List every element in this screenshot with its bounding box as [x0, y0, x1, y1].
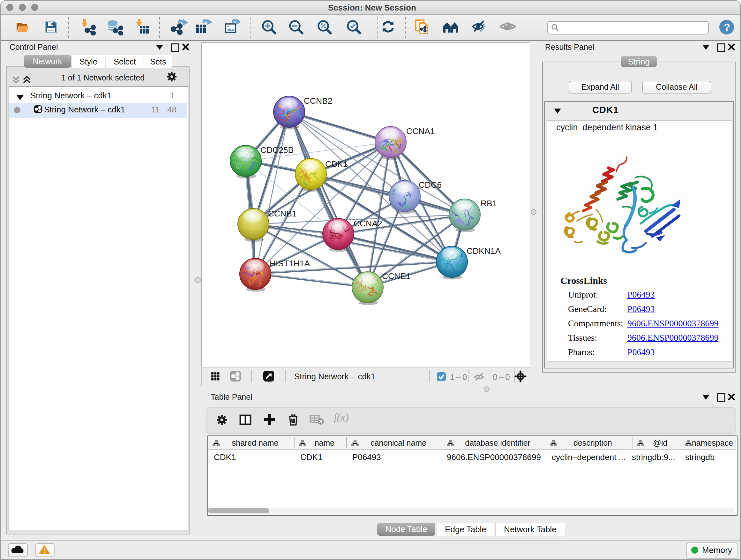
svg-text:CDC6: CDC6 [419, 180, 442, 190]
svg-text:CCNB2: CCNB2 [304, 96, 332, 106]
svg-text:CCNA1: CCNA1 [406, 126, 434, 136]
svg-text:CDC25B: CDC25B [260, 145, 293, 155]
svg-text:CCNA2: CCNA2 [354, 219, 382, 228]
svg-text:HIST1H1A: HIST1H1A [270, 259, 310, 268]
svg-text:RB1: RB1 [481, 199, 497, 208]
svg-text:CCNB1: CCNB1 [268, 209, 296, 219]
svg-text:CDK1: CDK1 [325, 159, 347, 169]
svg-text:CCNE1: CCNE1 [382, 271, 410, 281]
svg-text:CDKN1A: CDKN1A [467, 246, 501, 256]
